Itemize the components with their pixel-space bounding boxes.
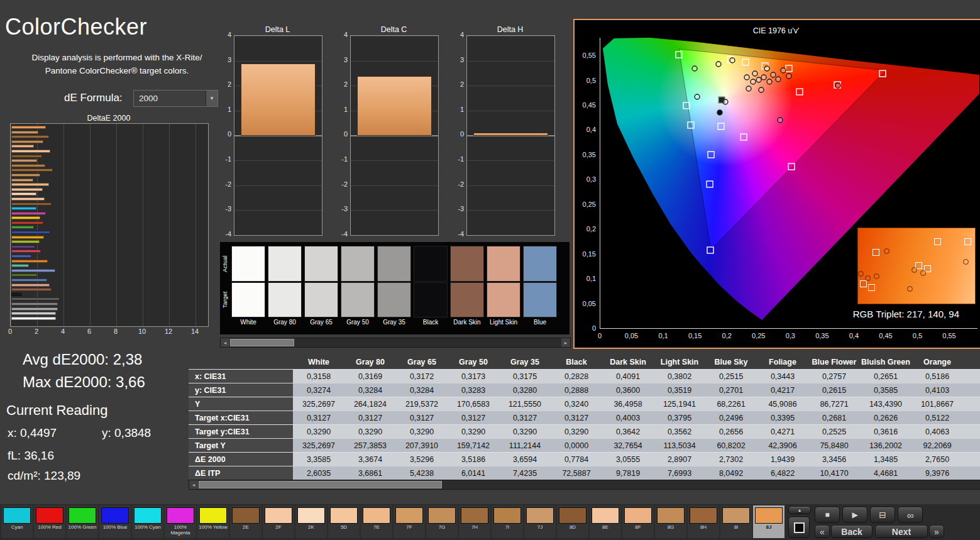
de-formula-select[interactable]: 2000 ▼ [133, 90, 218, 107]
pattern-8g[interactable]: 8G [655, 505, 686, 538]
axis-tick-label: 2 [30, 328, 43, 335]
pattern-8h[interactable]: 8H [688, 505, 719, 538]
table-cell: 0,4063 [911, 425, 963, 438]
table-cell: 0,3240 [551, 397, 602, 411]
infinity-icon: ∞ [907, 510, 914, 521]
pattern-color-swatch [690, 507, 717, 524]
pattern-100-cyan[interactable]: 100% Cyan [132, 505, 163, 538]
table-cell: 0,3274 [293, 383, 344, 397]
deltae-bar-7j [11, 159, 37, 162]
pattern-100-green[interactable]: 100% Green [67, 505, 98, 538]
inset-target-point [860, 280, 867, 287]
axis-tick-label: 0,4 [844, 332, 863, 339]
play-button[interactable]: ▶ [842, 507, 867, 523]
swatch-target [487, 282, 520, 317]
scroll-right-arrow[interactable]: ► [561, 338, 570, 347]
table-cell: 38, [963, 439, 980, 452]
axis-tick-label: 6 [83, 328, 96, 335]
pattern-label: 100% Blue [99, 524, 131, 530]
pattern-8i[interactable]: 8I [720, 505, 752, 538]
swatch-target [268, 282, 302, 317]
pattern-7g[interactable]: 7G [426, 505, 458, 538]
table-row: y: CIE310,32740,32840,32840,32830,32800,… [189, 383, 980, 397]
deltae-bar-7f [11, 179, 33, 182]
pattern-cyan[interactable]: Cyan [1, 505, 33, 538]
pattern-2f[interactable]: 2F [263, 505, 294, 538]
pattern-8j[interactable]: 8J [753, 505, 785, 538]
table-cell: 0,3642 [602, 425, 654, 438]
scrollbar-thumb[interactable] [199, 481, 442, 488]
swatch-actual [341, 246, 375, 282]
table-cell: 125,1941 [654, 397, 705, 411]
pattern-label: 2F [263, 524, 294, 530]
deltae-bar-7i [11, 164, 45, 167]
scroll-up-button[interactable]: ▲ [788, 506, 811, 514]
delta-c-plot [350, 35, 439, 236]
back-button[interactable]: Back [831, 525, 873, 538]
cie-title: CIE 1976 u'v' [575, 26, 977, 35]
pattern-8f[interactable]: 8F [622, 505, 654, 538]
back-label: Back [841, 527, 862, 537]
pattern-8e[interactable]: 8E [590, 505, 621, 538]
measurement-table: WhiteGray 80Gray 65Gray 50Gray 35BlackDa… [189, 355, 980, 480]
table-cell: 68,2261 [705, 397, 757, 411]
deltae-bar-7h [11, 168, 53, 172]
pattern-color-swatch [657, 507, 685, 524]
table-cell: 0,3127 [396, 411, 448, 424]
scroll-left-arrow[interactable]: ◄ [221, 338, 229, 347]
table-scrollbar[interactable]: ◄ [189, 480, 980, 490]
axis-tick-label: 0,25 [749, 332, 768, 339]
delta-l-title: Delta L [234, 25, 321, 34]
swatch-strip-scrollbar[interactable]: ◄ ► [220, 338, 571, 348]
next-arrow-button[interactable]: » [929, 525, 944, 538]
axis-tick-label: -4 [334, 230, 348, 238]
table-cell: 92,2069 [911, 439, 963, 452]
deltae-bar-green [11, 226, 34, 229]
pattern-2e[interactable]: 2E [230, 505, 262, 538]
next-button[interactable]: Next [875, 525, 928, 538]
pattern-label: 2E [230, 524, 262, 530]
pattern-7i[interactable]: 7I [492, 505, 523, 538]
pattern-7j[interactable]: 7J [524, 505, 556, 538]
axis-tick-label: 0,5 [575, 77, 596, 84]
pattern-2k[interactable]: 2K [295, 505, 327, 538]
loop-button[interactable]: ∞ [898, 507, 923, 523]
table-cell: 0,2 [963, 411, 980, 424]
pattern-100-yellow[interactable]: 100% Yellow [197, 505, 229, 538]
scrollbar-thumb[interactable] [230, 339, 294, 346]
pattern-7h[interactable]: 7H [459, 505, 490, 538]
table-cell: 0,3283 [448, 383, 499, 397]
swatch-label: Gray 65 [304, 319, 338, 326]
scroll-left-arrow[interactable]: ◄ [189, 480, 198, 489]
table-cell: 3,3674 [344, 453, 396, 466]
table-cell: 0,2681 [808, 411, 860, 424]
pattern-100-magenta[interactable]: 100% Magenta [165, 505, 196, 538]
pattern-100-blue[interactable]: 100% Blue [99, 505, 131, 538]
deltae-bar-purple [11, 245, 35, 248]
table-row: Y325,2697264,1824219,5372170,6583121,555… [189, 397, 980, 411]
frame-button[interactable]: ⊟ [870, 507, 895, 523]
table-cell: 170,6583 [448, 397, 499, 411]
pattern-5d[interactable]: 5D [328, 505, 360, 538]
table-cell: 0,1 [963, 425, 980, 438]
pattern-window-button[interactable] [788, 517, 810, 538]
table-cell: 10,4170 [808, 466, 860, 480]
table-cell: 0,2525 [808, 425, 860, 438]
pattern-7e[interactable]: 7E [361, 505, 392, 538]
stop-button[interactable]: ■ [815, 507, 840, 523]
pattern-color-swatch [559, 507, 586, 524]
swatch-actual [450, 246, 484, 282]
pattern-100-red[interactable]: 100% Red [34, 505, 65, 538]
axis-tick-label: 0,15 [686, 332, 705, 339]
axis-tick-label: 0 [450, 130, 464, 138]
pattern-7f[interactable]: 7F [394, 505, 425, 538]
axis-tick-label: 0 [590, 332, 609, 339]
swatch-target [414, 282, 448, 317]
table-cell: 0,2651 [860, 370, 911, 383]
prev-button[interactable]: « [815, 525, 830, 538]
reading-y-value: y: 0,3848 [102, 426, 151, 440]
pattern-8d[interactable]: 8D [557, 505, 588, 538]
deltae-bar-gray-35 [11, 297, 60, 300]
deltae-bar-magenta [11, 212, 46, 215]
swatch-actual [304, 246, 338, 282]
